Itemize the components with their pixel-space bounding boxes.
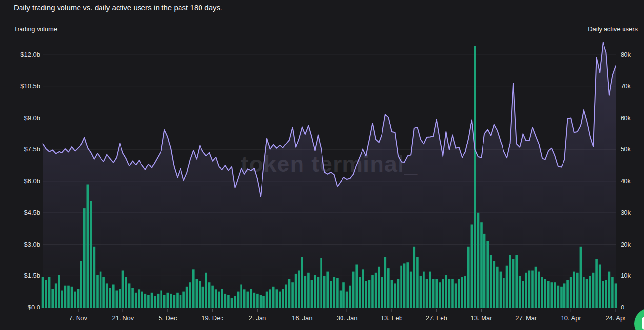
y-axis-right-label: 80k [621,51,631,59]
y-axis-left-label: $12.0b [1,51,40,59]
y-axis-right-label: 70k [621,82,631,90]
x-axis-label: 5. Dec [159,314,177,322]
x-axis-label: 2. Jan [249,314,266,322]
y-axis-right-label: 50k [621,145,631,153]
y-axis-left-label: $1.5b [1,272,40,280]
y-axis-left-label: $9.0b [1,114,40,122]
x-axis-label: 13. Mar [470,314,492,322]
x-axis-label: 7. Nov [69,314,87,322]
y-axis-right-label: 0 [621,304,624,311]
token-terminal-chart-page: Daily trading volume vs. daily active us… [0,0,644,330]
y-axis-right-label: 40k [621,177,631,185]
x-axis-label: 21. Nov [112,314,134,322]
x-axis-label: 10. Apr [561,314,581,322]
chat-icon [642,317,644,330]
chart-plot-area[interactable] [0,0,644,330]
x-tick-marks [78,309,616,312]
x-axis-label: 16. Jan [292,314,313,322]
y-axis-right-label: 30k [621,209,631,217]
x-axis-label: 27. Feb [426,314,447,322]
y-axis-left-label: $6.0b [1,177,40,185]
users-area-fill [43,42,616,308]
x-axis-label: 13. Feb [381,314,402,322]
y-axis-right-label: 10k [621,272,631,280]
y-axis-right-label: 60k [621,114,631,122]
y-axis-left-label: $10.5b [1,82,40,90]
x-axis-label: 24. Apr [605,314,625,322]
y-axis-left-label: $0.0 [1,304,40,311]
x-axis-label: 27. Mar [515,314,537,322]
y-axis-left-label: $4.5b [1,209,40,217]
x-axis-label: 19. Dec [201,314,223,322]
y-axis-left-label: $7.5b [1,145,40,153]
y-axis-right-label: 20k [621,241,631,248]
x-axis-label: 30. Jan [337,314,358,322]
y-axis-left-label: $3.0b [1,241,40,248]
